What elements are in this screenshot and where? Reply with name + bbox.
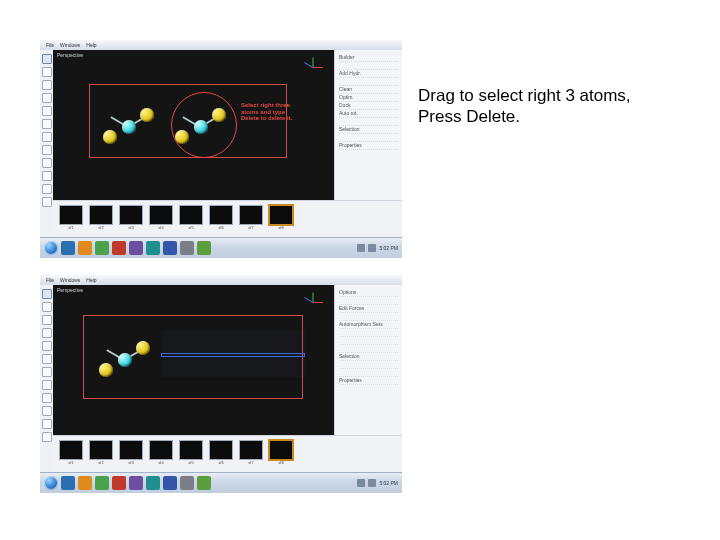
- tool-label-icon[interactable]: [42, 380, 52, 390]
- taskbar-app-icon[interactable]: [146, 476, 160, 490]
- thumbnail[interactable]: sf7: [239, 440, 263, 465]
- taskbar[interactable]: 5:02 PM: [40, 237, 402, 258]
- taskbar-app-icon[interactable]: [61, 241, 75, 255]
- tool-select-icon[interactable]: [42, 54, 52, 64]
- atom-outer[interactable]: [99, 363, 113, 377]
- thumbnail-dock[interactable]: sf1 sf2 sf3 sf4 sf5 sf6 sf7 sf8: [53, 435, 402, 473]
- prop-row[interactable]: Options: [339, 289, 398, 297]
- taskbar-app-icon[interactable]: [163, 476, 177, 490]
- taskbar-app-icon[interactable]: [180, 241, 194, 255]
- tool-move-icon[interactable]: [42, 67, 52, 77]
- system-tray[interactable]: 5:02 PM: [357, 479, 398, 487]
- taskbar-app-icon[interactable]: [197, 241, 211, 255]
- tool-label-icon[interactable]: [42, 145, 52, 155]
- tool-rotate-icon[interactable]: [42, 315, 52, 325]
- atom-outer[interactable]: [140, 108, 154, 122]
- tray-icon[interactable]: [368, 479, 376, 487]
- tool-zoom-icon[interactable]: [42, 406, 52, 416]
- thumbnail[interactable]: sf1: [59, 440, 83, 465]
- menu-help[interactable]: Help: [86, 275, 96, 285]
- system-tray[interactable]: 5:02 PM: [357, 244, 398, 252]
- taskbar-app-icon[interactable]: [129, 241, 143, 255]
- tool-zoom-icon[interactable]: [42, 171, 52, 181]
- menu-file[interactable]: File: [46, 275, 54, 285]
- menu-windows[interactable]: Windows: [60, 40, 80, 50]
- thumbnail[interactable]: sf2: [89, 205, 113, 230]
- taskbar-app-icon[interactable]: [146, 241, 160, 255]
- tool-misc-icon[interactable]: [42, 197, 52, 207]
- tool-camera-icon[interactable]: [42, 393, 52, 403]
- thumbnail-selected[interactable]: sf8: [269, 205, 293, 230]
- taskbar-app-icon[interactable]: [78, 241, 92, 255]
- atom-outer[interactable]: [103, 130, 117, 144]
- tool-measure-icon[interactable]: [42, 367, 52, 377]
- viewport-3d[interactable]: Perspective: [53, 285, 334, 435]
- thumbnail[interactable]: sf4: [149, 205, 173, 230]
- thumbnail[interactable]: sf5: [179, 205, 203, 230]
- thumbnail[interactable]: sf4: [149, 440, 173, 465]
- tool-bond-icon[interactable]: [42, 106, 52, 116]
- viewport-3d[interactable]: Perspective: [53, 50, 334, 200]
- atom-outer[interactable]: [136, 341, 150, 355]
- tool-move-icon[interactable]: [42, 302, 52, 312]
- clock[interactable]: 5:02 PM: [379, 481, 398, 486]
- prop-row[interactable]: Properties: [339, 142, 398, 150]
- tool-scale-icon[interactable]: [42, 93, 52, 103]
- tray-icon[interactable]: [368, 244, 376, 252]
- thumbnail[interactable]: sf5: [179, 440, 203, 465]
- atom-center[interactable]: [118, 353, 132, 367]
- thumbnail[interactable]: sf6: [209, 440, 233, 465]
- thumbnail[interactable]: sf3: [119, 205, 143, 230]
- prop-row[interactable]: Builder: [339, 54, 398, 62]
- tool-atom-icon[interactable]: [42, 354, 52, 364]
- menu-windows[interactable]: Windows: [60, 275, 80, 285]
- tool-palette[interactable]: [40, 50, 54, 238]
- axis-gizmo-icon[interactable]: [302, 291, 324, 313]
- thumbnail[interactable]: sf1: [59, 205, 83, 230]
- tool-palette[interactable]: [40, 285, 54, 473]
- taskbar-app-icon[interactable]: [163, 241, 177, 255]
- prop-row[interactable]: Properties: [339, 377, 398, 385]
- taskbar-app-icon[interactable]: [112, 476, 126, 490]
- tray-icon[interactable]: [357, 244, 365, 252]
- prop-row[interactable]: Dock: [339, 102, 398, 110]
- thumbnail[interactable]: sf7: [239, 205, 263, 230]
- start-button-icon[interactable]: [44, 241, 58, 255]
- thumbnail-selected[interactable]: sf8: [269, 440, 293, 465]
- prop-row[interactable]: Selection: [339, 126, 398, 134]
- prop-row[interactable]: Optim.: [339, 94, 398, 102]
- start-button-icon[interactable]: [44, 476, 58, 490]
- tool-pan-icon[interactable]: [42, 184, 52, 194]
- taskbar-app-icon[interactable]: [180, 476, 194, 490]
- tool-camera-icon[interactable]: [42, 158, 52, 168]
- thumbnail-dock[interactable]: sf1 sf2 sf3 sf4 sf5 sf6 sf7 sf8: [53, 200, 402, 238]
- taskbar-app-icon[interactable]: [112, 241, 126, 255]
- prop-row[interactable]: Auto rot.: [339, 110, 398, 118]
- taskbar[interactable]: 5:02 PM: [40, 472, 402, 493]
- tool-atom-icon[interactable]: [42, 119, 52, 129]
- taskbar-app-icon[interactable]: [197, 476, 211, 490]
- tool-scale-icon[interactable]: [42, 328, 52, 338]
- thumbnail[interactable]: sf3: [119, 440, 143, 465]
- clock[interactable]: 5:02 PM: [379, 246, 398, 251]
- thumbnail[interactable]: sf6: [209, 205, 233, 230]
- taskbar-app-icon[interactable]: [95, 476, 109, 490]
- prop-row[interactable]: Automorphism Sets: [339, 321, 398, 329]
- prop-row[interactable]: Selection: [339, 353, 398, 361]
- atom-center[interactable]: [122, 120, 136, 134]
- tool-measure-icon[interactable]: [42, 132, 52, 142]
- axis-gizmo-icon[interactable]: [302, 56, 324, 78]
- taskbar-app-icon[interactable]: [95, 241, 109, 255]
- menu-file[interactable]: File: [46, 40, 54, 50]
- tray-icon[interactable]: [357, 479, 365, 487]
- taskbar-app-icon[interactable]: [78, 476, 92, 490]
- tool-misc-icon[interactable]: [42, 432, 52, 442]
- taskbar-app-icon[interactable]: [61, 476, 75, 490]
- tool-bond-icon[interactable]: [42, 341, 52, 351]
- menu-help[interactable]: Help: [86, 40, 96, 50]
- prop-row[interactable]: Edit Forces: [339, 305, 398, 313]
- tool-pan-icon[interactable]: [42, 419, 52, 429]
- prop-row[interactable]: Clean: [339, 86, 398, 94]
- thumbnail[interactable]: sf2: [89, 440, 113, 465]
- tool-rotate-icon[interactable]: [42, 80, 52, 90]
